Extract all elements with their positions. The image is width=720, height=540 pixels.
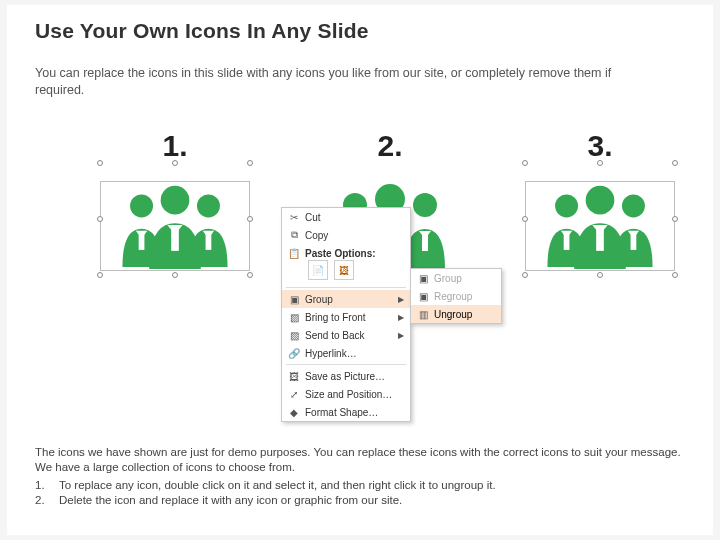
menu-item-cut[interactable]: ✂ Cut [282, 208, 410, 226]
save-picture-icon: 🖾 [286, 369, 302, 383]
bring-front-icon: ▧ [286, 310, 302, 324]
chevron-right-icon: ▶ [398, 313, 404, 322]
menu-item-format-shape[interactable]: ◆ Format Shape… [282, 403, 410, 421]
regroup-icon: ▣ [415, 289, 431, 303]
submenu-item-ungroup[interactable]: ▥ Ungroup [411, 305, 501, 323]
menu-item-copy[interactable]: ⧉ Copy [282, 226, 410, 244]
svg-point-2 [197, 194, 220, 217]
svg-point-14 [622, 194, 645, 217]
number-label-3: 3. [520, 129, 680, 163]
group-icon: ▣ [415, 271, 431, 285]
svg-point-4 [161, 186, 190, 215]
paste-option-2[interactable]: 🖼 [334, 260, 354, 280]
copy-icon: ⧉ [286, 228, 302, 242]
svg-point-12 [555, 194, 578, 217]
paste-icon: 📋 [286, 246, 302, 260]
format-shape-icon: ◆ [286, 405, 302, 419]
svg-point-16 [586, 186, 615, 215]
cut-icon: ✂ [286, 210, 302, 224]
context-menu: ✂ Cut ⧉ Copy 📋 Paste Options: 📄 🖼 ▣ Grou… [281, 207, 411, 422]
menu-item-send-to-back[interactable]: ▨ Send to Back ▶ [282, 326, 410, 344]
paste-option-1[interactable]: 📄 [308, 260, 328, 280]
people-icon[interactable] [525, 181, 675, 271]
slide-canvas: Use Your Own Icons In Any Slide You can … [7, 5, 713, 535]
submenu-item-regroup[interactable]: ▣ Regroup [411, 287, 501, 305]
number-label-1: 1. [95, 129, 255, 163]
send-back-icon: ▨ [286, 328, 302, 342]
footer-step-1: 1.To replace any icon, double click on i… [35, 478, 685, 494]
footer-intro: The icons we have shown are just for dem… [35, 445, 685, 476]
chevron-right-icon: ▶ [398, 295, 404, 304]
footer-step-2: 2.Delete the icon and replace it with an… [35, 493, 685, 509]
chevron-right-icon: ▶ [398, 331, 404, 340]
svg-point-8 [413, 193, 437, 217]
slide-subtitle: You can replace the icons in this slide … [35, 65, 635, 99]
menu-item-save-as-picture[interactable]: 🖾 Save as Picture… [282, 367, 410, 385]
ungroup-icon: ▥ [415, 307, 431, 321]
menu-item-bring-to-front[interactable]: ▧ Bring to Front ▶ [282, 308, 410, 326]
menu-item-hyperlink[interactable]: 🔗 Hyperlink… [282, 344, 410, 362]
group-submenu: ▣ Group ▣ Regroup ▥ Ungroup [410, 268, 502, 324]
group-icon: ▣ [286, 292, 302, 306]
number-label-2: 2. [310, 129, 470, 163]
submenu-item-group[interactable]: ▣ Group [411, 269, 501, 287]
hyperlink-icon: 🔗 [286, 346, 302, 360]
icon-group-1[interactable]: 1. [95, 129, 255, 275]
footer-text: The icons we have shown are just for dem… [35, 445, 685, 509]
menu-item-group[interactable]: ▣ Group ▶ [282, 290, 410, 308]
menu-item-size-position[interactable]: ⤢ Size and Position… [282, 385, 410, 403]
slide-title: Use Your Own Icons In Any Slide [35, 19, 685, 43]
size-position-icon: ⤢ [286, 387, 302, 401]
people-icon[interactable] [100, 181, 250, 271]
svg-point-0 [130, 194, 153, 217]
icon-group-3[interactable]: 3. [520, 129, 680, 275]
menu-item-paste-options: 📋 Paste Options: 📄 🖼 [282, 244, 410, 285]
